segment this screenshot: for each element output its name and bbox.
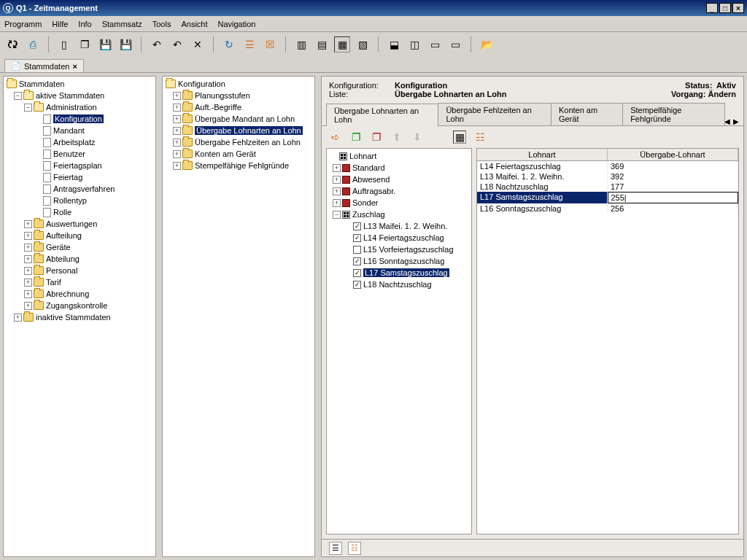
expand-icon[interactable]: + [333, 199, 341, 207]
nav-geraete[interactable]: Geräte [46, 243, 71, 252]
table-row[interactable]: L16 Sonntagszuschlag256 [477, 203, 738, 214]
tab-close-icon[interactable]: × [72, 62, 77, 71]
expand-icon[interactable]: + [173, 162, 181, 170]
expand-icon[interactable]: + [24, 244, 32, 252]
table-row[interactable]: L13 Maifei. 1. 2. Weihn.392 [477, 171, 738, 182]
nav-root[interactable]: Stammdaten [19, 79, 64, 88]
tool-listdel-icon[interactable]: ☒ [262, 36, 278, 52]
tool-undoall-icon[interactable]: ↶ [169, 36, 185, 52]
cfg-planungsstufen[interactable]: Planungsstufen [195, 91, 250, 100]
tool-grid1-icon[interactable]: ▥ [293, 36, 309, 52]
lohn-item[interactable]: L18 Nachtzuschlag [363, 280, 432, 289]
grp-abwesend[interactable]: Abwesend [352, 175, 390, 184]
nav-abrechnung[interactable]: Abrechnung [46, 289, 89, 298]
lohn-item[interactable]: L17 Samstagszuschlag [363, 268, 449, 277]
cell-lohnart[interactable]: L13 Maifei. 1. 2. Weihn. [477, 171, 608, 182]
tab-stammdaten[interactable]: 📄 Stammdaten × [4, 59, 84, 72]
tool-grid2-icon[interactable]: ▤ [314, 36, 330, 52]
view-tree-icon[interactable]: ☷ [473, 131, 487, 144]
cell-uebergabe[interactable]: 256 [608, 203, 738, 214]
cell-lohnart[interactable]: L17 Samstagszuschlag [477, 192, 608, 203]
maximize-button[interactable]: □ [719, 3, 731, 13]
cell-lohnart[interactable]: L14 Feiertagszuschlag [477, 161, 608, 171]
tool-list-icon[interactable]: ☰ [241, 36, 258, 52]
menu-stammsatz[interactable]: Stammsatz [102, 20, 142, 28]
cfg-lohnarten-lohn[interactable]: Übergabe Lohnarten an Lohn [195, 126, 303, 135]
nav-konfiguration[interactable]: Konfiguration [53, 114, 104, 123]
minimize-button[interactable]: _ [706, 3, 718, 13]
cell-uebergabe[interactable]: 255| [608, 192, 739, 203]
grp-zuschlag[interactable]: Zuschlag [352, 210, 385, 219]
lohnart-tree[interactable]: Lohnart +Standard +Abwesend +Auftragsabr… [327, 149, 471, 292]
tool-folder-icon[interactable]: 📂 [479, 36, 495, 52]
scroll-left-icon[interactable]: ◀ [724, 117, 730, 125]
lohn-item[interactable]: L16 Sonntagszuschlag [363, 257, 444, 265]
grp-auftragsabr[interactable]: Auftragsabr. [352, 187, 395, 195]
tool-grid4-icon[interactable]: ▧ [355, 36, 371, 52]
lohn-item[interactable]: L13 Maifei. 1. 2. Weihn. [363, 222, 447, 230]
checkbox[interactable] [353, 257, 361, 265]
table-row[interactable]: L14 Feiertagszuschlag369 [477, 161, 738, 171]
tool-reload-icon[interactable]: ↻ [221, 36, 237, 52]
nav-benutzer[interactable]: Benutzer [53, 149, 85, 158]
subtab-fehlgruende[interactable]: Stempelfähige Fehlgründe [622, 103, 725, 125]
cell-uebergabe[interactable]: 392 [608, 171, 738, 182]
cfg-fehlzeiten-lohn[interactable]: Übergabe Fehlzeiten an Lohn [195, 138, 301, 147]
expand-icon[interactable]: − [14, 92, 22, 100]
checkbox[interactable] [353, 269, 361, 277]
tool-copy-icon[interactable]: ❐ [77, 36, 93, 52]
subtab-lohnarten[interactable]: Übergabe Lohnarten an Lohn [326, 104, 438, 126]
expand-icon[interactable]: + [24, 255, 32, 263]
nav-rolle[interactable]: Rolle [53, 208, 71, 217]
expand-icon[interactable]: − [24, 104, 32, 112]
arrow-right-icon[interactable]: ➪ [329, 131, 342, 144]
nav-rollentyp[interactable]: Rollentyp [53, 196, 87, 205]
cfg-fehlgruende[interactable]: Stempelfähige Fehlgründe [195, 161, 289, 170]
nav-admin[interactable]: Administration [46, 103, 97, 112]
nav-feiertag[interactable]: Feiertag [53, 173, 82, 182]
cfg-root[interactable]: Konfiguration [178, 79, 225, 88]
tool-panel3-icon[interactable]: ▭ [427, 36, 443, 52]
expand-icon[interactable]: + [173, 115, 181, 123]
grp-sonder[interactable]: Sonder [352, 198, 378, 207]
menu-hilfe[interactable]: Hilfe [52, 20, 68, 28]
close-button[interactable]: × [732, 3, 744, 13]
checkbox[interactable] [353, 222, 361, 230]
expand-icon[interactable]: + [24, 302, 32, 310]
lohn-root[interactable]: Lohnart [349, 152, 376, 160]
menu-programm[interactable]: Programm [4, 20, 42, 28]
table-row[interactable]: L17 Samstagszuschlag255| [477, 192, 738, 203]
expand-icon[interactable]: + [173, 127, 181, 135]
menu-ansicht[interactable]: Ansicht [181, 20, 207, 28]
cell-uebergabe[interactable]: 369 [608, 161, 738, 171]
checkbox[interactable] [353, 234, 361, 242]
nav-aktive[interactable]: aktive Stammdaten [36, 91, 104, 100]
nav-tree[interactable]: Stammdaten −aktive Stammdaten −Administr… [4, 77, 155, 324]
expand-icon[interactable]: + [24, 232, 32, 240]
cell-lohnart[interactable]: L18 Nachtzuschlag [477, 182, 608, 192]
footer-tree-icon[interactable]: ☷ [348, 542, 361, 555]
nav-inaktive[interactable]: inaktive Stammdaten [36, 313, 111, 322]
subtab-konten[interactable]: Konten am Gerät [551, 103, 623, 125]
nav-antragsverfahren[interactable]: Antragsverfahren [53, 184, 115, 193]
tool-print-icon[interactable]: ⎙ [25, 36, 41, 52]
expand-icon[interactable]: + [24, 220, 32, 228]
checkbox[interactable] [353, 246, 361, 254]
subtab-fehlzeiten[interactable]: Übergabe Fehlzeiten an Lohn [438, 103, 551, 125]
view-grid-icon[interactable]: ▦ [453, 131, 466, 144]
expand-icon[interactable]: + [173, 104, 181, 112]
expand-icon[interactable]: + [173, 139, 181, 147]
tool-delete-icon[interactable]: ✕ [190, 36, 206, 52]
nav-zugangskontrolle[interactable]: Zugangskontrolle [46, 301, 107, 310]
tool-undo-icon[interactable]: ↶ [149, 36, 165, 52]
nav-aufteilung[interactable]: Aufteilung [46, 231, 82, 240]
tool-panel2-icon[interactable]: ◫ [406, 36, 422, 52]
expand-icon[interactable]: + [173, 92, 181, 100]
tool-new-icon[interactable]: ▯ [56, 36, 72, 52]
expand-icon[interactable]: + [333, 187, 341, 195]
cell-uebergabe[interactable]: 177 [608, 182, 738, 192]
checkbox[interactable] [353, 281, 361, 289]
col-lohnart[interactable]: Lohnart [477, 149, 608, 160]
lohn-item[interactable]: L15 Vorfeiertagszuschlag [363, 245, 454, 254]
cfg-auftbegriffe[interactable]: Auft.-Begriffe [195, 103, 241, 112]
